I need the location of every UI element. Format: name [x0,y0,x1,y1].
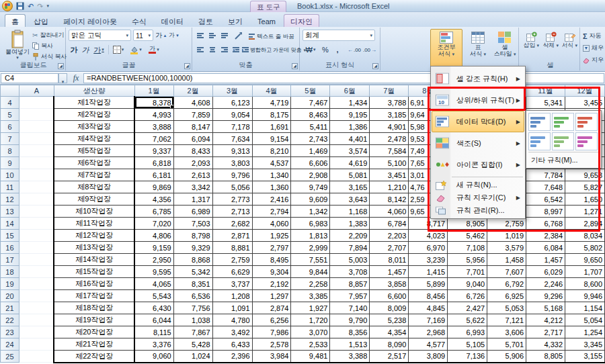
row-number[interactable]: 11 [1,181,19,193]
cell[interactable]: 5,238 [370,314,409,326]
cell-workshop-name[interactable]: 제18작업장 [54,302,134,314]
cell[interactable]: 9,609 [291,193,330,206]
cell[interactable]: 1,386 [330,121,370,133]
cell[interactable]: 7,121 [487,314,526,326]
orientation-button[interactable] [233,30,245,41]
cell[interactable]: 1,813 [291,230,330,242]
data-bar-style-option[interactable] [528,113,551,131]
row-number[interactable]: 5 [1,109,19,121]
cell[interactable]: 6,983 [291,218,330,230]
cell[interactable]: 3,185 [370,109,409,121]
cell[interactable]: 7,020 [134,218,173,230]
cell[interactable]: 5,168 [526,302,565,314]
cell[interactable]: 8,011 [370,254,409,266]
select-all-corner[interactable] [1,85,19,97]
cell[interactable]: 2,517 [370,351,409,363]
cell[interactable]: 5,003 [330,254,370,266]
cell[interactable]: 5,100 [370,157,409,169]
cell[interactable]: 1,457 [526,254,565,266]
cell[interactable]: 1,458 [487,254,526,266]
cell-workshop-name[interactable]: 제9작업장 [54,193,134,206]
tab-8[interactable]: Team [251,15,282,28]
row-number[interactable]: 13 [1,206,19,218]
cell[interactable]: 6,084 [526,242,565,254]
align-top-button[interactable] [195,30,206,41]
cell[interactable]: 6,044 [134,314,173,326]
cell[interactable]: 9,869 [134,181,173,193]
cell[interactable]: 3,376 [134,338,173,351]
row-number[interactable]: 17 [1,254,19,266]
cell-empty[interactable] [19,242,54,254]
cell[interactable]: 4,212 [526,314,565,326]
font-name-combo[interactable]: 맑은 고딕▾ [69,30,131,41]
cell-workshop-name[interactable]: 제8작업장 [54,181,134,193]
row-number[interactable]: 18 [1,266,19,278]
cell[interactable]: 9,844 [291,266,330,278]
office-button[interactable] [2,1,13,11]
row-number[interactable]: 23 [1,326,19,338]
cell-empty[interactable] [19,218,54,230]
cell[interactable]: 8,009 [370,302,409,314]
cell[interactable]: 2,743 [291,133,330,145]
table-column-header-month-11[interactable]: 11월 [526,85,565,97]
cell[interactable]: 2,396 [212,351,252,363]
row-number[interactable]: 9 [1,157,19,169]
cell[interactable]: 6,784 [370,218,409,230]
cell[interactable]: 1,434 [330,97,370,109]
shrink-font-button[interactable]: 가▼ [168,30,180,41]
menu-item-manage-rules[interactable]: 규칙 관리(R)... [432,204,524,217]
cell[interactable]: 2,246 [526,278,565,290]
cell[interactable]: 9,337 [134,145,173,157]
cell-empty[interactable] [19,290,54,302]
menu-item-highlight-cells-rules[interactable]: 셀 강조 규칙(H) ▶ [432,68,524,89]
cell-workshop-name[interactable]: 제19작업장 [54,314,134,326]
qat-dropdown-icon[interactable]: ▾ [46,3,49,9]
table-column-header-month-3[interactable]: 3월 [212,85,252,97]
cell[interactable]: 5,428 [173,338,212,351]
cell[interactable]: 9,304 [252,266,291,278]
row-number[interactable]: 15 [1,230,19,242]
cell-empty[interactable] [19,266,54,278]
cell[interactable]: 6,768 [526,218,565,230]
cell-empty[interactable] [19,302,54,314]
cell[interactable]: 3,888 [134,121,173,133]
cell[interactable]: 8,717 [409,218,448,230]
cell[interactable]: 4,619 [330,157,370,169]
cell[interactable]: 8,142 [370,193,409,206]
cell[interactable]: 2,384 [526,230,565,242]
row-number[interactable]: 24 [1,338,19,351]
cell[interactable]: 4,608 [173,97,212,109]
cell[interactable]: 6,993 [448,326,487,338]
table-column-header-name[interactable]: 생산량 [54,85,134,97]
increase-indent-button[interactable] [241,44,250,56]
cell[interactable]: 6,181 [134,169,173,181]
cell[interactable]: 3,788 [370,97,409,109]
grow-font-button[interactable]: 가▲ [155,30,167,41]
cell[interactable]: 1,707 [565,266,605,278]
table-column-header-month-4[interactable]: 4월 [252,85,291,97]
cut-button[interactable]: ✂ 잘라내기 [32,30,64,40]
cell[interactable]: 6,123 [212,97,252,109]
cell[interactable]: 3,070 [291,326,330,338]
cell-empty[interactable] [19,338,54,351]
cell[interactable]: 5,341 [526,97,565,109]
table-column-header-month-12[interactable]: 12월 [565,85,605,97]
table-column-header-month-5[interactable]: 5월 [291,85,330,97]
cell[interactable]: 3,858 [370,278,409,290]
cell-workshop-name[interactable]: 제2작업장 [54,109,134,121]
number-format-combo[interactable]: 회계▾ [302,30,375,41]
cell-empty[interactable] [19,206,54,218]
cell[interactable]: 6,256 [252,314,291,326]
cell[interactable]: 1,927 [291,302,330,314]
cell[interactable]: 1,720 [291,314,330,326]
row-number[interactable]: 14 [1,218,19,230]
cell-empty[interactable] [19,145,54,157]
cell[interactable]: 9,790 [330,314,370,326]
cell[interactable]: 4,993 [134,109,173,121]
cell[interactable]: 2,759 [487,218,526,230]
cell[interactable]: 2,908 [291,169,330,181]
cell[interactable]: 3,579 [487,242,526,254]
cell[interactable]: 5,342 [173,266,212,278]
row-number[interactable]: 4 [1,97,19,109]
cell[interactable]: 2,533 [291,338,330,351]
